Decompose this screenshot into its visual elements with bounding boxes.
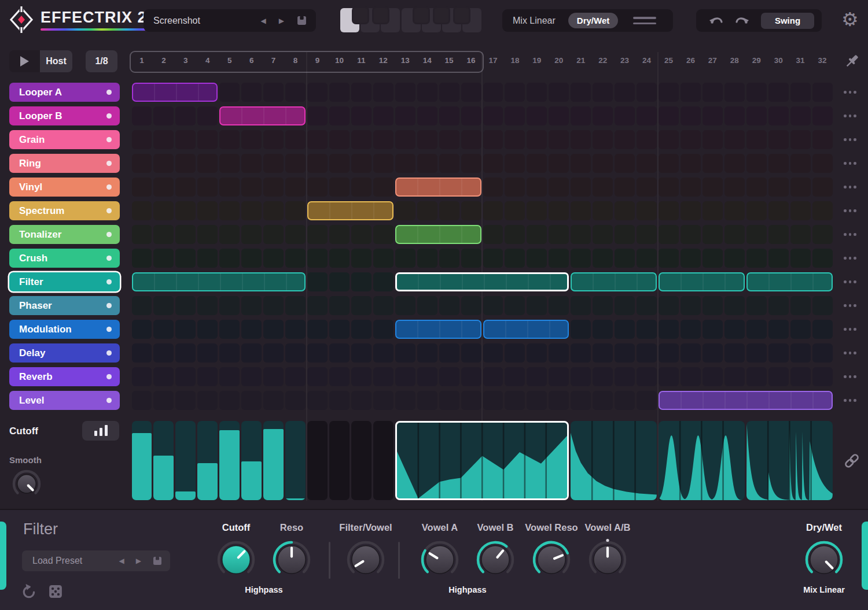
grid-cell[interactable] <box>768 225 789 244</box>
grid-cell[interactable] <box>790 225 811 244</box>
grid-cell[interactable] <box>373 83 393 102</box>
swing-button[interactable]: Swing <box>761 13 814 29</box>
grid-cell[interactable] <box>219 391 240 410</box>
grid-cell[interactable] <box>703 106 723 125</box>
step-number-9[interactable]: 9 <box>307 51 329 71</box>
grid-cell[interactable] <box>659 106 679 125</box>
grid-cell[interactable] <box>637 178 657 197</box>
grid-cell[interactable] <box>527 106 547 125</box>
grid-cell[interactable] <box>373 367 393 386</box>
step-number-14[interactable]: 14 <box>416 51 438 71</box>
grid-cell[interactable] <box>351 296 372 315</box>
step-number-6[interactable]: 6 <box>241 51 263 71</box>
grid-cell[interactable] <box>768 367 789 386</box>
step-number-31[interactable]: 31 <box>789 51 811 71</box>
grid-cell[interactable] <box>219 296 240 315</box>
grid-cell[interactable] <box>681 320 701 339</box>
lane-step-bar[interactable] <box>197 421 218 500</box>
grid-cell[interactable] <box>241 320 262 339</box>
grid-cell[interactable] <box>153 249 174 268</box>
grid-cell[interactable] <box>461 201 481 220</box>
grid-block[interactable] <box>659 272 745 291</box>
grid-cell[interactable] <box>549 130 569 149</box>
track-label-modulation[interactable]: Modulation <box>9 320 120 339</box>
grid-cell[interactable] <box>746 178 767 197</box>
lane-step-empty[interactable] <box>373 421 393 500</box>
grid-cell[interactable] <box>175 367 196 386</box>
grid-cell[interactable] <box>439 130 459 149</box>
grid-cell[interactable] <box>395 367 415 386</box>
track-label-grain[interactable]: Grain <box>9 130 120 149</box>
step-number-23[interactable]: 23 <box>614 51 636 71</box>
grid-cell[interactable] <box>395 391 415 410</box>
grid-cell[interactable] <box>724 154 745 173</box>
row-menu-button[interactable] <box>844 138 856 141</box>
grid-cell[interactable] <box>461 391 481 410</box>
grid-cell[interactable] <box>373 154 393 173</box>
grid-cell[interactable] <box>812 178 833 197</box>
track-enable-dot[interactable] <box>106 137 112 142</box>
track-enable-dot[interactable] <box>106 279 112 284</box>
grid-cell[interactable] <box>483 249 503 268</box>
grid-cell[interactable] <box>790 178 811 197</box>
lane-step-bar[interactable] <box>219 421 240 500</box>
grid-cell[interactable] <box>812 201 833 220</box>
grid-cell[interactable] <box>241 83 262 102</box>
grid-cell[interactable] <box>659 320 679 339</box>
grid-cell[interactable] <box>505 83 525 102</box>
knob-vowel-a[interactable] <box>418 538 461 581</box>
grid-cell[interactable] <box>329 296 350 315</box>
grid-cell[interactable] <box>263 178 284 197</box>
grid-cell[interactable] <box>351 178 372 197</box>
grid-cell[interactable] <box>351 272 372 291</box>
grid-block[interactable] <box>132 83 218 102</box>
grid-cell[interactable] <box>549 296 569 315</box>
grid-cell[interactable] <box>285 154 306 173</box>
grid-cell[interactable] <box>175 201 196 220</box>
grid-cell[interactable] <box>307 225 328 244</box>
grid-cell[interactable] <box>768 83 789 102</box>
grid-cell[interactable] <box>527 343 547 363</box>
grid-cell[interactable] <box>615 178 635 197</box>
effect-preset-save-icon[interactable] <box>153 556 162 565</box>
step-number-16[interactable]: 16 <box>460 51 482 71</box>
grid-cell[interactable] <box>724 225 745 244</box>
grid-cell[interactable] <box>659 201 679 220</box>
knob-dry-wet[interactable] <box>803 538 845 581</box>
grid-block[interactable] <box>395 320 481 339</box>
grid-cell[interactable] <box>395 106 415 125</box>
grid-cell[interactable] <box>681 154 701 173</box>
grid-cell[interactable] <box>395 343 415 363</box>
grid-cell[interactable] <box>461 249 481 268</box>
grid-cell[interactable] <box>637 106 657 125</box>
grid-cell[interactable] <box>373 272 393 291</box>
grid-cell[interactable] <box>241 130 262 149</box>
grid-cell[interactable] <box>812 106 833 125</box>
grid-cell[interactable] <box>615 343 635 363</box>
grid-cell[interactable] <box>571 391 591 410</box>
grid-cell[interactable] <box>175 320 196 339</box>
grid-cell[interactable] <box>197 249 218 268</box>
grid-cell[interactable] <box>527 178 547 197</box>
grid-cell[interactable] <box>219 83 240 102</box>
grid-cell[interactable] <box>746 296 767 315</box>
lane-segment[interactable] <box>746 421 833 500</box>
grid-cell[interactable] <box>197 296 218 315</box>
grid-cell[interactable] <box>439 391 459 410</box>
grid-block[interactable] <box>659 391 833 410</box>
track-label-tonalizer[interactable]: Tonalizer <box>9 225 120 244</box>
grid-cell[interactable] <box>219 367 240 386</box>
track-enable-dot[interactable] <box>106 398 112 403</box>
grid-cell[interactable] <box>329 343 350 363</box>
pattern-key-sharp-1[interactable] <box>354 8 367 23</box>
grid-block[interactable] <box>746 272 833 291</box>
grid-cell[interactable] <box>241 343 262 363</box>
grid-cell[interactable] <box>241 178 262 197</box>
row-menu-button[interactable] <box>844 257 856 260</box>
grid-cell[interactable] <box>153 201 174 220</box>
grid-cell[interactable] <box>746 320 767 339</box>
effect-preset-prev-button[interactable]: ◀ <box>119 557 124 565</box>
grid-cell[interactable] <box>153 391 174 410</box>
lane-step-bar[interactable] <box>175 421 196 500</box>
knob-reso[interactable] <box>270 538 313 581</box>
